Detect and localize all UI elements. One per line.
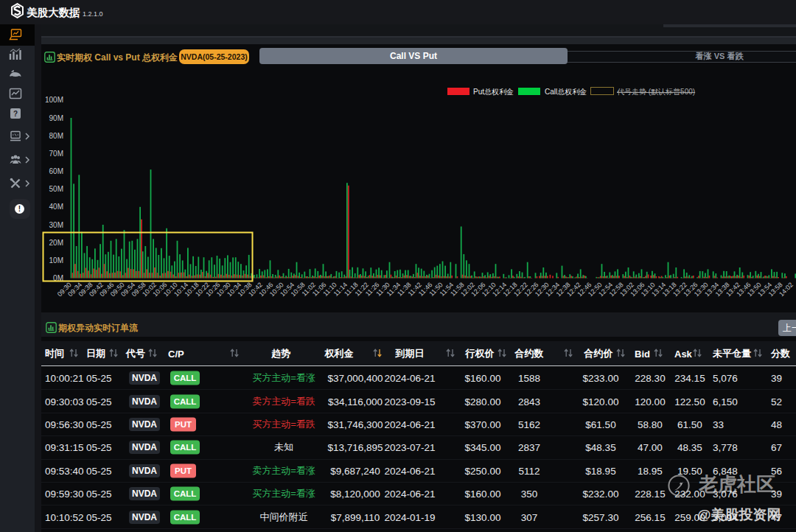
svg-text:40M: 40M (49, 203, 63, 211)
svg-text:90M: 90M (49, 114, 63, 122)
svg-text:70M: 70M (49, 150, 63, 158)
svg-text:10M: 10M (49, 256, 63, 265)
svg-text:30M: 30M (49, 221, 63, 229)
svg-text:?: ? (13, 110, 18, 118)
svg-text:20M: 20M (49, 239, 63, 247)
svg-text:50M: 50M (49, 185, 63, 193)
svg-text:60M: 60M (49, 167, 63, 175)
svg-text:80M: 80M (49, 132, 63, 140)
svg-text:100M: 100M (45, 96, 63, 104)
